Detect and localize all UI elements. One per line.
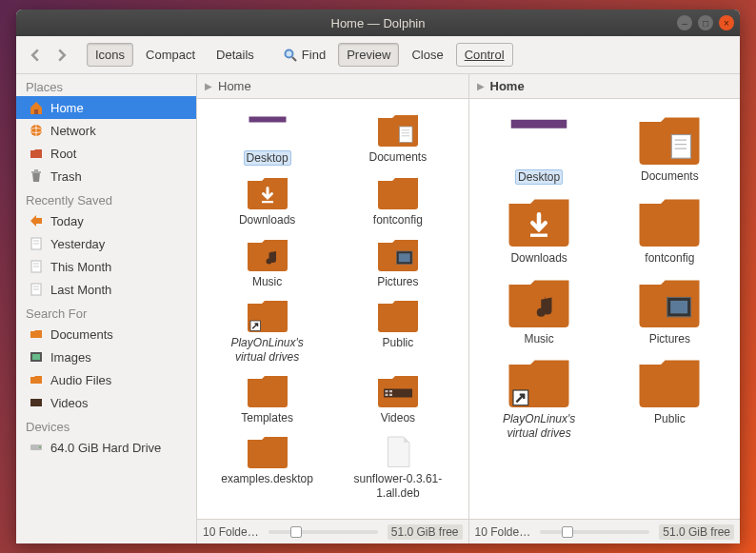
sidebar-item-this-month[interactable]: This Month xyxy=(16,255,196,278)
file-item[interactable]: fontconfig xyxy=(607,190,731,267)
icon-grid[interactable]: Desktop Documents Downloads fontconfig M… xyxy=(197,99,468,519)
sidebar-item-videos[interactable]: Videos xyxy=(16,391,196,414)
file-item[interactable]: Desktop xyxy=(210,109,325,168)
sidebar-item-label: Home xyxy=(50,101,84,115)
file-item[interactable]: sunflower-0.3.61-1.all.deb xyxy=(341,430,455,502)
breadcrumb-label: Home xyxy=(490,79,525,93)
file-item[interactable]: Pictures xyxy=(341,233,455,290)
svg-point-21 xyxy=(39,446,41,448)
svg-rect-38 xyxy=(389,394,392,396)
file-item[interactable]: fontconfig xyxy=(341,171,455,228)
file-label: Documents xyxy=(641,169,699,183)
svg-rect-18 xyxy=(32,354,40,360)
free-space: 51.0 GiB free xyxy=(659,524,734,540)
chevron-right-icon: ▶ xyxy=(477,81,485,91)
compact-view-button[interactable]: Compact xyxy=(137,43,204,67)
images-icon xyxy=(28,348,45,365)
breadcrumb[interactable]: ▶Home xyxy=(197,74,468,99)
minimize-button[interactable]: – xyxy=(677,15,692,30)
videos-icon xyxy=(28,394,45,411)
file-item[interactable]: Public xyxy=(607,351,731,442)
svg-rect-40 xyxy=(511,120,567,128)
zoom-slider[interactable] xyxy=(540,530,649,534)
file-item[interactable]: Templates xyxy=(210,369,325,426)
sidebar-item-trash[interactable]: Trash xyxy=(16,165,196,188)
file-label: fontconfig xyxy=(645,251,694,265)
file-item[interactable]: PlayOnLinux's virtual drives xyxy=(210,294,325,365)
svg-rect-19 xyxy=(30,399,42,406)
preview-button[interactable]: Preview xyxy=(338,43,399,67)
file-item[interactable]: Desktop xyxy=(477,109,601,187)
sidebar-item-network[interactable]: Network xyxy=(16,119,196,142)
file-label: Downloads xyxy=(239,213,295,227)
back-button[interactable] xyxy=(24,44,47,67)
sidebar-item-label: Root xyxy=(50,147,76,161)
close-button[interactable]: × xyxy=(719,15,734,30)
sidebar-item-root[interactable]: Root xyxy=(16,142,196,165)
svg-rect-37 xyxy=(385,394,388,396)
sidebar-item-label: Audio Files xyxy=(50,373,111,387)
svg-rect-36 xyxy=(389,390,392,392)
svg-rect-47 xyxy=(530,234,547,237)
sidebar-item-64-0-gib-hard-drive[interactable]: 64.0 GiB Hard Drive xyxy=(16,436,196,459)
window-title: Home — Dolphin xyxy=(331,16,426,30)
forward-button[interactable] xyxy=(50,44,73,67)
file-item[interactable]: Music xyxy=(477,271,601,347)
file-item[interactable]: Public xyxy=(341,294,455,365)
sidebar-item-label: Documents xyxy=(50,327,113,342)
sidebar-item-label: Today xyxy=(50,214,84,228)
toolbar: Icons Compact Details Find Preview Close… xyxy=(16,36,740,74)
file-item[interactable]: Downloads xyxy=(477,190,601,267)
chevron-right-icon: ▶ xyxy=(205,81,212,91)
file-item[interactable]: examples.desktop xyxy=(210,430,325,502)
sidebar-item-label: 64.0 GiB Hard Drive xyxy=(50,441,161,455)
sidebar-header: Devices xyxy=(16,414,196,436)
file-item[interactable]: Music xyxy=(210,233,325,290)
file-label: sunflower-0.3.61-1.all.deb xyxy=(346,472,450,500)
file-label: PlayOnLinux's virtual drives xyxy=(215,336,320,364)
status-info: 10 Folde… xyxy=(203,525,259,539)
file-item[interactable]: PlayOnLinux's virtual drives xyxy=(477,351,601,442)
sidebar-header: Search For xyxy=(16,301,196,323)
svg-rect-2 xyxy=(34,109,38,114)
sidebar-item-home[interactable]: Home xyxy=(16,96,196,119)
doc-icon xyxy=(28,281,45,298)
status-info: 10 Folde… xyxy=(475,525,531,539)
sidebar-item-today[interactable]: Today xyxy=(16,209,196,232)
sidebar-item-last-month[interactable]: Last Month xyxy=(16,278,196,301)
sidebar-item-label: This Month xyxy=(50,260,111,274)
file-item[interactable]: Documents xyxy=(607,109,731,187)
svg-rect-23 xyxy=(249,117,286,123)
file-label: Public xyxy=(383,336,414,349)
window: Home — Dolphin – □ × Icons Compact Detai… xyxy=(16,10,740,543)
breadcrumb[interactable]: ▶Home xyxy=(469,74,741,99)
control-menu-button[interactable]: Control xyxy=(456,43,513,67)
file-label: Pictures xyxy=(377,275,418,288)
sidebar-item-yesterday[interactable]: Yesterday xyxy=(16,232,196,255)
svg-rect-34 xyxy=(384,388,412,397)
file-label: Desktop xyxy=(244,150,291,166)
svg-point-0 xyxy=(285,49,292,57)
sidebar-item-images[interactable]: Images xyxy=(16,346,196,368)
file-item[interactable]: Documents xyxy=(341,109,455,168)
sidebar-header: Recently Saved xyxy=(16,188,196,209)
svg-rect-6 xyxy=(31,171,41,173)
find-button[interactable]: Find xyxy=(274,43,334,68)
svg-rect-43 xyxy=(672,135,691,159)
icons-view-button[interactable]: Icons xyxy=(87,43,133,67)
sidebar-item-documents[interactable]: Documents xyxy=(16,323,196,346)
file-item[interactable]: Videos xyxy=(341,369,455,426)
details-view-button[interactable]: Details xyxy=(208,43,263,67)
close-panel-button[interactable]: Close xyxy=(403,43,451,67)
sidebar-item-audio-files[interactable]: Audio Files xyxy=(16,368,196,391)
file-item[interactable]: Downloads xyxy=(210,171,325,228)
panes: ▶HomeDesktop Documents Downloads fontcon… xyxy=(197,74,740,543)
sidebar-item-label: Yesterday xyxy=(50,237,105,251)
file-item[interactable]: Pictures xyxy=(607,271,731,347)
svg-rect-41 xyxy=(518,132,528,143)
file-label: Public xyxy=(654,412,686,425)
svg-line-1 xyxy=(292,57,296,61)
icon-grid[interactable]: Desktop Documents Downloads fontconfig M… xyxy=(469,99,741,519)
zoom-slider[interactable] xyxy=(269,530,378,534)
maximize-button[interactable]: □ xyxy=(698,15,713,30)
